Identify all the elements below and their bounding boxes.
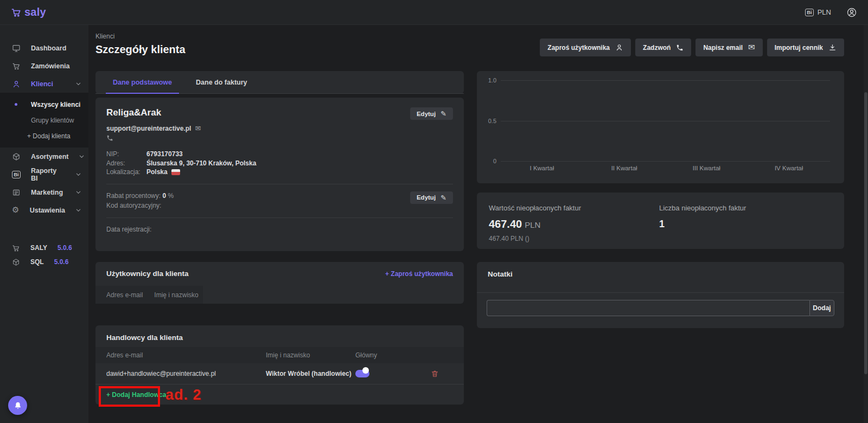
unpaid-value-label: Wartość nieopłaconych faktur [489, 204, 581, 212]
delete-salesman-icon[interactable] [431, 370, 439, 378]
tab-label: Dane do faktury [196, 79, 247, 86]
divider [106, 217, 453, 218]
phone-icon [676, 44, 684, 52]
y-axis-tick: 0.5 [477, 118, 496, 124]
invite-user-button[interactable]: Zaproś użytkownika [540, 39, 631, 56]
call-label: Zadzwoń [643, 44, 671, 52]
gear-icon: ⚙ [12, 206, 20, 214]
currency-selector[interactable]: Bi PLN [805, 8, 831, 16]
sidebar-item-zamowienia[interactable]: Zamówienia [0, 57, 88, 75]
write-email-button[interactable]: Napisz email ✉ [695, 39, 762, 56]
version-saly: SALY 5.0.6 [0, 241, 88, 255]
gridline [501, 121, 830, 121]
sidebar-item-label: Raporty BI [31, 167, 65, 182]
envelope-icon: ✉ [195, 124, 201, 132]
gridline [501, 80, 830, 81]
edit-discount-button[interactable]: Edytuj ✎ [410, 191, 453, 204]
x-axis-tick: I Kwartał [501, 165, 583, 171]
client-tabs-card: Dane podstawowe Dane do faktury [95, 71, 464, 94]
client-users-card: Użytkownicy dla klienta + Zaproś użytkow… [95, 262, 464, 304]
salesman-name: Wiktor Wróbel (handlowiec) [266, 370, 352, 377]
field-adres: Adres: Ślusarska 9, 30-710 Kraków, Polsk… [106, 159, 453, 168]
call-button[interactable]: Zadzwoń [635, 39, 691, 56]
tab-label: Dane podstawowe [113, 79, 172, 86]
sidebar-item-label: Marketing [31, 189, 65, 196]
unpaid-currency: PLN [525, 220, 540, 229]
x-axis-tick: III Kwartał [666, 165, 748, 171]
users-card-title: Użytkownicy dla klienta [106, 270, 189, 278]
download-icon [828, 43, 837, 52]
header-actions: Zaproś użytkownika Zadzwoń Napisz email … [540, 39, 844, 56]
client-name: Religa&Arak [106, 107, 161, 118]
unpaid-count-label: Liczba nieopłaconych faktur [659, 204, 746, 212]
field-label: Lokalizacja: [106, 168, 146, 177]
edit-client-button[interactable]: Edytuj ✎ [410, 107, 453, 120]
sidebar-item-asortyment[interactable]: Asortyment [0, 148, 88, 165]
submenu-item-label: + Dodaj klienta [27, 132, 71, 140]
version-sql: SQL 5.0.6 [0, 255, 88, 269]
person-icon [12, 80, 21, 88]
logo-text: saly [24, 6, 46, 18]
sidebar-item-grupy-klientow[interactable]: Grupy klientów [0, 112, 88, 128]
x-axis-ticks: I Kwartał II Kwartał III Kwartał IV Kwar… [501, 165, 830, 171]
salesman-email: dawid+handlowiec@pureinteractive.pl [106, 370, 216, 377]
sidebar-item-ustawienia[interactable]: ⚙ Ustawienia [0, 201, 88, 219]
add-note-button[interactable]: Dodaj [809, 300, 834, 316]
sidebar-item-marketing[interactable]: Marketing [0, 183, 88, 201]
notifications-fab[interactable] [8, 396, 27, 415]
column-header: Imię i nazwisko [266, 351, 310, 359]
currency-icon: Bi [805, 9, 814, 16]
version-label: SALY [30, 244, 47, 252]
tab-dane-podstawowe[interactable]: Dane podstawowe [113, 71, 172, 93]
cart-icon [12, 244, 20, 252]
person-add-icon [615, 43, 623, 52]
tab-dane-do-faktury[interactable]: Dane do faktury [196, 71, 247, 93]
y-axis-tick: 0 [477, 158, 496, 164]
invite-user-label: Zaproś użytkownika [547, 44, 610, 52]
sidebar-item-klienci[interactable]: Klienci [0, 75, 88, 93]
discount-label: Rabat procentowy: [106, 192, 161, 200]
breadcrumb[interactable]: Klienci [95, 33, 186, 40]
chevron-down-icon [79, 153, 85, 159]
version-label: SQL [30, 258, 44, 266]
klienci-submenu: Wszyscy klienci Grupy klientów + Dodaj k… [0, 93, 88, 148]
import-pricelist-button[interactable]: Importuj cennik [767, 39, 844, 56]
app-logo[interactable]: saly [11, 6, 46, 18]
client-email[interactable]: support@pureinteractive.pl [106, 125, 191, 132]
user-profile-icon[interactable] [846, 7, 857, 18]
cube-icon [12, 152, 21, 161]
annotation-highlight-box [99, 386, 160, 407]
write-email-label: Napisz email [703, 44, 743, 52]
divider [106, 184, 453, 184]
field-nip: NIP: 6793170733 [106, 150, 453, 159]
version-number: 5.0.6 [54, 258, 69, 266]
sidebar-item-raporty-bi[interactable]: Bi Raporty BI [0, 165, 88, 183]
unpaid-value: 467.40 [489, 218, 522, 230]
note-input[interactable] [487, 300, 809, 316]
sidebar-item-dashboard[interactable]: Dashboard [0, 39, 88, 57]
field-lokalizacja: Lokalizacja: Polska [106, 168, 453, 177]
chevron-down-icon [75, 81, 81, 87]
column-header: Imię i nazwisko [154, 291, 198, 299]
version-number: 5.0.6 [58, 244, 72, 252]
sidebar-item-wszyscy-klienci[interactable]: Wszyscy klienci [0, 97, 88, 112]
sidebar-item-dodaj-klienta[interactable]: + Dodaj klienta [0, 128, 88, 144]
scrollbar-thumb[interactable] [864, 92, 867, 374]
topbar: saly Bi PLN [0, 0, 868, 25]
page-title: Szczegóły klienta [95, 43, 186, 56]
discount-row: Rabat procentowy: 0 % [106, 191, 174, 201]
sidebar-item-label: Klienci [31, 80, 65, 88]
invite-user-link[interactable]: + Zaproś użytkownika [385, 270, 453, 278]
sidebar: Dashboard Zamówienia Klienci Wszyscy [0, 25, 88, 423]
main-salesman-toggle[interactable] [355, 370, 369, 377]
quarterly-chart-card: 1.0 0.5 0 I Kwartał II Kwartał III Kwart… [477, 71, 844, 183]
pencil-icon: ✎ [441, 110, 446, 118]
currency-code: PLN [818, 8, 831, 16]
unpaid-invoices-card: Wartość nieopłaconych faktur 467.40PLN 4… [477, 193, 844, 249]
salesmen-table-header: Adres e-mail Imię i nazwisko Główny [95, 347, 464, 363]
cube-icon [12, 258, 20, 266]
x-axis-tick: II Kwartał [583, 165, 666, 171]
field-value: Ślusarska 9, 30-710 Kraków, Polska [146, 159, 256, 168]
field-value: Polska [146, 168, 168, 177]
edit-label: Edytuj [417, 194, 436, 201]
